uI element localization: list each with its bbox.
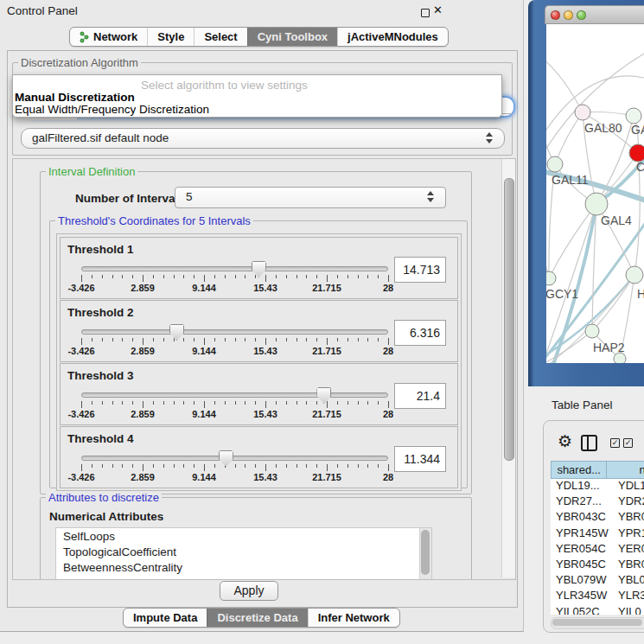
network-edge[interactable] — [555, 112, 583, 164]
slider-track[interactable] — [81, 266, 388, 271]
tab-network[interactable]: Network — [70, 28, 147, 46]
threshold-value-field[interactable]: 11.344 — [394, 446, 446, 472]
checkbox-icon[interactable]: ✓ — [623, 438, 633, 448]
cell-name[interactable]: YLR3 — [613, 589, 644, 604]
cell-name[interactable]: YIL0 — [613, 605, 644, 615]
network-node-GAL80[interactable] — [575, 105, 590, 120]
table-row[interactable]: YIL052CYIL0 — [551, 605, 644, 615]
network-node-H[interactable] — [626, 266, 643, 284]
cell-name[interactable]: YBR0 — [613, 558, 644, 573]
slider-track[interactable] — [81, 392, 388, 398]
threshold-value-field[interactable]: 14.713 — [394, 257, 446, 283]
tab-cyni-toolbox[interactable]: Cyni Toolbox — [247, 28, 337, 46]
cell-shared-name[interactable]: YBR043C — [551, 510, 613, 526]
horizontal-scrollbar[interactable] — [551, 617, 644, 629]
threshold-slider-4[interactable]: -3.4262.8599.14415.4321.71528 — [81, 450, 388, 484]
algorithm-item-manual[interactable]: Manual Discretization — [15, 91, 135, 104]
scrollbar-thumb[interactable] — [504, 178, 514, 461]
cyni-toolbox-panel: Discretization Algorithm Select algorith… — [7, 50, 518, 608]
network-node-GAL11[interactable] — [547, 156, 563, 172]
numerical-attributes-list[interactable]: SelfLoopsTopologicalCoefficientBetweenne… — [55, 527, 432, 580]
slider-track[interactable] — [81, 456, 388, 461]
network-node-label: H — [637, 287, 644, 301]
cell-name[interactable]: YDL1 — [613, 479, 644, 494]
table-row[interactable]: YPR145WYPR1 — [551, 526, 644, 542]
threshold-label: Threshold 3 — [67, 369, 134, 382]
table-data-combo-box[interactable]: galFiltered.sif default node — [21, 128, 505, 149]
attribute-list-item[interactable]: SelfLoops — [56, 528, 431, 544]
tab-jactivemnodules[interactable]: jActiveMNodules — [337, 28, 448, 46]
threshold-slider-3[interactable]: -3.4262.8599.14415.4321.71528 — [81, 386, 388, 421]
bottom-tab-impute-data[interactable]: Impute Data — [124, 609, 207, 627]
threshold-slider-2[interactable]: -3.4262.8599.14415.4321.71528 — [81, 323, 388, 358]
cell-shared-name[interactable]: YPR145W — [551, 526, 613, 542]
table-row[interactable]: YBR043CYBR0 — [551, 510, 644, 526]
cell-name[interactable]: YBL0 — [613, 573, 644, 589]
threshold-panel-1: Threshold 1-3.4262.8599.14415.4321.71528… — [60, 237, 458, 299]
threshold-value-field[interactable]: 21.4 — [394, 383, 446, 409]
mac-close-icon[interactable] — [551, 10, 560, 20]
tab-select[interactable]: Select — [194, 28, 246, 46]
network-node-GAL4[interactable] — [585, 193, 608, 215]
scrollbar-thumb[interactable] — [552, 619, 642, 626]
cell-shared-name[interactable]: YDR27... — [551, 494, 613, 510]
network-node-GA[interactable] — [626, 108, 641, 124]
checkbox-icon[interactable]: ✓ — [610, 438, 620, 448]
algorithm-placeholder-item[interactable]: Select algorithm to view settings — [141, 79, 308, 92]
column-header-shared-name[interactable]: shared... — [551, 461, 607, 479]
network-edge[interactable] — [546, 59, 583, 112]
tab-label: Infer Network — [318, 611, 390, 624]
columns-icon[interactable] — [581, 435, 597, 451]
cell-name[interactable]: YER0 — [613, 542, 644, 558]
network-node-label: GA — [631, 123, 644, 137]
network-window-titlebar[interactable] — [545, 5, 644, 24]
number-of-intervals-combo[interactable]: 5 — [175, 187, 446, 208]
cell-name[interactable]: YDR2 — [613, 494, 644, 510]
network-edge[interactable] — [546, 54, 644, 154]
network-node-SMALL[interactable] — [614, 353, 626, 363]
table-row[interactable]: YDL19...YDL1 — [551, 479, 644, 494]
threshold-label: Threshold 2 — [67, 306, 134, 319]
float-icon[interactable] — [421, 9, 430, 17]
threshold-slider-1[interactable]: -3.4262.8599.14415.4321.71528 — [81, 260, 388, 295]
algorithm-item-equal-width[interactable]: Equal Width/Frequency Discretization — [15, 103, 209, 116]
slider-track[interactable] — [81, 329, 388, 335]
cell-shared-name[interactable]: YBL079W — [551, 573, 613, 589]
column-header-name[interactable]: na — [607, 461, 644, 479]
tab-label: Style — [157, 30, 184, 43]
cell-shared-name[interactable]: YLR345W — [551, 589, 613, 604]
table-row[interactable]: YBL079WYBL0 — [551, 573, 644, 589]
cell-shared-name[interactable]: YDL19... — [551, 479, 613, 494]
list-scrollbar[interactable] — [419, 528, 431, 580]
cell-shared-name[interactable]: YER054C — [551, 542, 613, 558]
network-canvas[interactable]: GAL80GACGAL11GAL4GCY1HHAP2 — [546, 24, 644, 363]
table-row[interactable]: YER054CYER0 — [551, 542, 644, 558]
network-node-GCY1[interactable] — [546, 271, 556, 285]
cell-name[interactable]: YPR1 — [613, 526, 644, 542]
gear-icon[interactable]: ⚙ — [558, 431, 572, 451]
apply-button[interactable]: Apply — [220, 581, 278, 601]
cell-shared-name[interactable]: YIL052C — [551, 605, 613, 615]
attribute-list-item[interactable]: TopologicalCoefficient — [56, 544, 431, 559]
slider-tick-labels: -3.4262.8599.14415.4321.71528 — [81, 409, 388, 419]
bottom-tab-bar: Impute DataDiscretize DataInfer Network — [123, 608, 400, 628]
tab-style[interactable]: Style — [147, 28, 194, 46]
mac-minimize-icon[interactable] — [564, 10, 573, 20]
table-data-group: Table Data galFiltered.sif default node — [12, 113, 513, 156]
bottom-tab-infer-network[interactable]: Infer Network — [308, 609, 399, 627]
cell-name[interactable]: YBR0 — [613, 510, 644, 526]
attribute-list-item[interactable]: BetweennessCentrality — [56, 559, 431, 575]
table-row[interactable]: YBR045CYBR0 — [551, 558, 644, 573]
network-view-window: GAL80GACGAL11GAL4GCY1HHAP2 — [528, 0, 644, 386]
number-of-intervals-label: Number of Intervals — [75, 192, 185, 205]
table-row[interactable]: YDR27...YDR2 — [551, 494, 644, 510]
mac-zoom-icon[interactable] — [577, 10, 586, 20]
close-icon[interactable]: ✕ — [433, 3, 443, 16]
vertical-scrollbar[interactable] — [501, 159, 515, 577]
bottom-tab-discretize-data[interactable]: Discretize Data — [207, 609, 307, 627]
table-row[interactable]: YLR345WYLR3 — [551, 589, 644, 604]
network-node-RED[interactable] — [629, 144, 644, 162]
cell-shared-name[interactable]: YBR045C — [551, 558, 613, 573]
threshold-value-field[interactable]: 6.316 — [394, 320, 446, 346]
network-node-HAP2[interactable] — [585, 324, 599, 338]
